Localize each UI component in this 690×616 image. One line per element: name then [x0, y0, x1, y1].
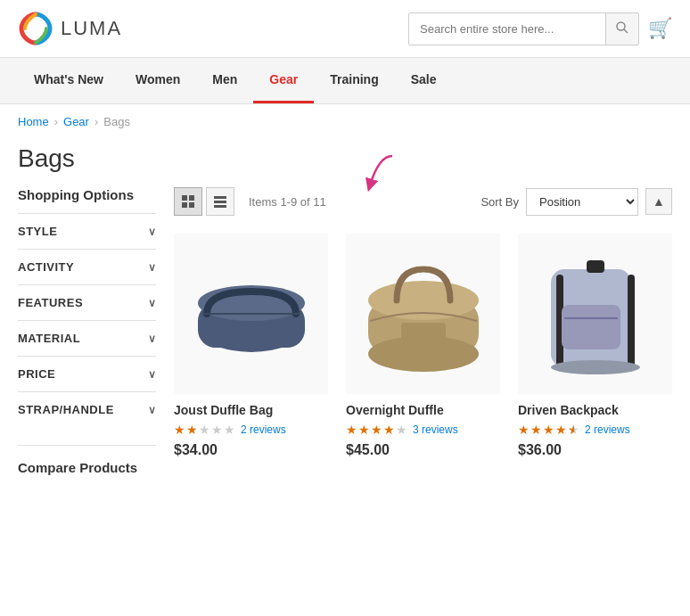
nav-item-sale[interactable]: Sale [395, 58, 453, 103]
svg-rect-8 [214, 196, 226, 199]
filter-style-chevron: ∨ [148, 226, 157, 238]
product-name-1[interactable]: Joust Duffle Bag [174, 403, 328, 417]
sort-select[interactable]: Position Product Name Price [526, 188, 638, 216]
svg-rect-22 [562, 305, 620, 349]
main-content: Shopping Options STYLE ∨ ACTIVITY ∨ FEAT… [0, 187, 690, 475]
filter-activity: ACTIVITY ∨ [18, 249, 156, 284]
star-2-5: ★ [396, 423, 407, 437]
star-2-2: ★ [358, 423, 370, 437]
product-image-3[interactable] [518, 234, 672, 394]
header-right: 🛒 [408, 12, 672, 45]
filter-material: MATERIAL ∨ [18, 320, 156, 356]
filter-features-chevron: ∨ [148, 297, 157, 309]
breadcrumb-sep-2: › [94, 115, 98, 128]
product-stars-3: ★ ★ ★ ★ ★★ [518, 423, 579, 437]
svg-rect-9 [214, 201, 226, 203]
star-3-3: ★ [543, 423, 554, 437]
page-title: Bags [0, 139, 690, 187]
items-count: Items 1-9 of 11 [249, 195, 326, 209]
product-reviews-2: ★ ★ ★ ★ ★ 3 reviews [346, 423, 500, 437]
sort-up-icon: ▲ [653, 194, 665, 209]
filter-features: FEATURES ∨ [18, 284, 156, 320]
cart-icon[interactable]: 🛒 [648, 17, 672, 40]
nav-item-men[interactable]: Men [196, 58, 253, 103]
sort-direction-button[interactable]: ▲ [645, 188, 672, 215]
nav-item-women[interactable]: Women [119, 58, 196, 103]
product-stars-1: ★ ★ ★ ★ ★ [174, 423, 235, 437]
nav-item-training[interactable]: Training [314, 58, 394, 103]
logo-text: LUMA [61, 17, 122, 40]
product-name-2[interactable]: Overnight Duffle [346, 403, 500, 417]
svg-point-21 [551, 360, 640, 374]
logo[interactable]: LUMA [18, 11, 122, 46]
nav-item-whats-new[interactable]: What's New [18, 58, 119, 103]
breadcrumb-gear[interactable]: Gear [63, 115, 89, 128]
star-1-3: ★ [199, 423, 210, 437]
filter-features-header[interactable]: FEATURES ∨ [18, 285, 156, 320]
svg-point-16 [368, 281, 479, 320]
sort-label: Sort By [481, 195, 519, 209]
svg-point-1 [617, 22, 625, 30]
list-view-button[interactable] [206, 187, 234, 216]
filter-strap-header[interactable]: STRAP/HANDLE ∨ [18, 392, 156, 427]
filter-style-label: STYLE [18, 225, 57, 238]
breadcrumb-home[interactable]: Home [18, 115, 49, 128]
svg-rect-4 [182, 195, 187, 201]
logo-icon [18, 11, 53, 46]
overnight-duffle-image [352, 242, 495, 385]
product-image-2[interactable] [346, 234, 500, 394]
star-1-5: ★ [224, 423, 235, 437]
product-reviews-link-3[interactable]: 2 reviews [585, 423, 630, 436]
search-input[interactable] [409, 15, 605, 43]
product-card-3: Driven Backpack ★ ★ ★ ★ ★★ 2 reviews $36… [518, 234, 672, 458]
filter-activity-label: ACTIVITY [18, 260, 74, 274]
search-icon [615, 21, 629, 35]
filter-style-header[interactable]: STYLE ∨ [18, 214, 156, 249]
product-reviews-link-1[interactable]: 2 reviews [241, 423, 286, 436]
star-3-5: ★★ [568, 423, 579, 437]
grid-view-button[interactable] [174, 187, 202, 216]
product-reviews-link-2[interactable]: 3 reviews [413, 423, 458, 436]
star-2-1: ★ [346, 423, 357, 437]
search-bar [408, 12, 639, 45]
nav-item-gear[interactable]: Gear [253, 58, 314, 103]
toolbar: Items 1-9 of 11 Sort By Position Product… [174, 187, 672, 216]
driven-backpack-image [524, 242, 667, 385]
filter-material-header[interactable]: MATERIAL ∨ [18, 321, 156, 356]
star-3-1: ★ [518, 423, 530, 437]
arrow-svg [352, 152, 406, 196]
star-2-3: ★ [371, 423, 382, 437]
product-image-1[interactable] [174, 234, 328, 394]
star-1-4: ★ [211, 423, 223, 437]
product-reviews-3: ★ ★ ★ ★ ★★ 2 reviews [518, 423, 672, 437]
joust-duffle-bag-image [180, 242, 323, 385]
breadcrumb-current: Bags [103, 115, 130, 128]
product-card-2: Overnight Duffle ★ ★ ★ ★ ★ 3 reviews $45… [346, 234, 500, 458]
product-price-3: $36.00 [518, 442, 672, 458]
sidebar-title: Shopping Options [18, 187, 156, 202]
svg-rect-18 [401, 323, 446, 348]
svg-rect-6 [182, 202, 187, 208]
search-button[interactable] [605, 13, 638, 45]
filter-activity-chevron: ∨ [148, 261, 157, 274]
main-nav: What's New Women Men Gear Training Sale [0, 58, 690, 104]
product-reviews-1: ★ ★ ★ ★ ★ 2 reviews [174, 423, 328, 437]
svg-rect-5 [189, 195, 194, 201]
filter-activity-header[interactable]: ACTIVITY ∨ [18, 250, 156, 284]
breadcrumb: Home › Gear › Bags [0, 104, 690, 139]
filter-features-label: FEATURES [18, 296, 83, 309]
star-2-4: ★ [383, 423, 395, 437]
filter-price-header[interactable]: PRICE ∨ [18, 357, 156, 391]
compare-products[interactable]: Compare Products [18, 445, 156, 475]
breadcrumb-sep-1: › [54, 115, 58, 128]
product-card-1: Joust Duffle Bag ★ ★ ★ ★ ★ 2 reviews $34… [174, 234, 328, 458]
grid-icon [181, 194, 195, 209]
sort-area: Sort By Position Product Name Price ▲ [481, 188, 672, 216]
filter-price-label: PRICE [18, 367, 55, 381]
product-price-2: $45.00 [346, 442, 500, 458]
filter-material-chevron: ∨ [148, 333, 157, 345]
product-name-3[interactable]: Driven Backpack [518, 403, 672, 417]
star-3-2: ★ [530, 423, 542, 437]
filter-strap: STRAP/HANDLE ∨ [18, 391, 156, 427]
products-grid: Joust Duffle Bag ★ ★ ★ ★ ★ 2 reviews $34… [174, 234, 672, 458]
